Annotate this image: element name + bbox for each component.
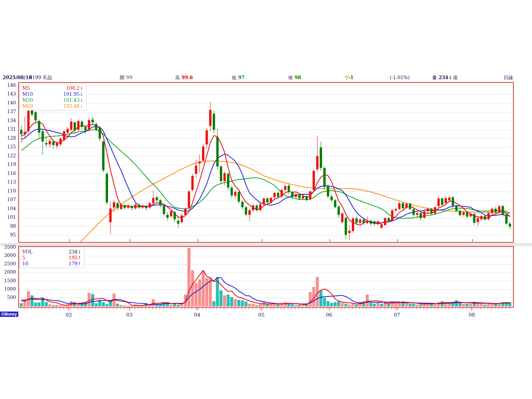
candle-body <box>238 192 240 201</box>
price-ma-legend: M5100.2↓M10101.95↓M20101.43↓M60102.48↓ <box>19 84 86 110</box>
candle-body <box>480 216 482 219</box>
volume-bar <box>123 306 126 306</box>
candle-body <box>177 221 179 224</box>
candle-body <box>191 176 194 190</box>
candle-body <box>266 199 269 202</box>
volume-chart-svg[interactable] <box>19 247 513 307</box>
volume-bar <box>416 305 419 306</box>
candle-body <box>255 205 258 210</box>
price-chart-pane[interactable] <box>18 82 514 243</box>
candle-body <box>73 122 76 130</box>
price-tick-label: 107 <box>0 197 16 202</box>
volume-bar <box>266 304 269 306</box>
volume-bar <box>219 290 222 306</box>
volume-bar <box>409 304 412 306</box>
volume-tick-label: 1500 <box>0 278 16 284</box>
volume-unit: 張 <box>453 75 458 80</box>
volume-bar <box>252 304 255 306</box>
candle-body <box>502 206 504 215</box>
volume-bar <box>130 306 133 306</box>
price-tick-label: 116 <box>0 170 16 176</box>
volume-bar <box>102 302 105 306</box>
period-value: 日線 <box>504 75 513 80</box>
price-ma-label: M5 <box>22 85 30 91</box>
m5-line <box>21 122 510 225</box>
candle-body <box>227 174 229 188</box>
volume-ma-row: 5195↑ <box>22 255 81 261</box>
candle-body <box>159 200 162 205</box>
volume-bar <box>244 302 247 306</box>
volume-bar <box>269 305 272 306</box>
candle-body <box>220 167 222 181</box>
candle-body <box>438 199 440 206</box>
volume-ma-value: 195↑ <box>69 255 81 261</box>
x-axis-ticks-svg <box>18 308 514 312</box>
price-tick-label: 125 <box>0 144 16 150</box>
volume-bar <box>202 271 205 306</box>
volume-bar <box>333 302 336 306</box>
candle-body <box>466 212 468 216</box>
candle-body <box>494 209 497 212</box>
volume-tick-label: 1000 <box>0 286 16 292</box>
candle-body <box>120 204 122 209</box>
candle-body <box>248 210 251 215</box>
candle-body <box>124 205 126 208</box>
candle-body <box>213 114 215 130</box>
candle-body <box>245 207 247 214</box>
candle-body <box>477 218 479 222</box>
volume-layers <box>19 248 513 306</box>
volume-chart-pane[interactable] <box>18 246 514 308</box>
candle-body <box>56 143 58 146</box>
volume-bar <box>434 305 437 306</box>
price-chart-svg[interactable] <box>19 83 513 242</box>
candle-body <box>288 186 290 192</box>
candle-body <box>199 162 201 164</box>
price-tick-label: 98 <box>0 223 16 229</box>
volume-bars-layer <box>20 248 512 306</box>
candle-body <box>95 124 97 130</box>
candle-body <box>270 198 272 202</box>
candle-body <box>412 209 415 215</box>
volume-bar <box>56 305 59 306</box>
candle-body <box>366 221 368 223</box>
volume-bar <box>369 303 372 306</box>
candle-body <box>298 194 301 198</box>
candle-body <box>377 221 379 224</box>
price-ma-label: M10 <box>22 91 33 97</box>
candle-body <box>45 143 48 144</box>
quote-volume: 量234↓張 <box>432 75 459 81</box>
close-label: 收 <box>288 75 293 80</box>
volume-bar <box>152 299 155 306</box>
volume-label: 量 <box>432 75 437 80</box>
volume-bar <box>120 305 123 306</box>
candle-body <box>195 166 197 174</box>
volume-bar <box>31 295 34 306</box>
period-selector[interactable]: 日線 <box>504 75 513 81</box>
candle-body <box>316 156 319 170</box>
price-tick-label: 95 <box>0 232 16 238</box>
volume-bar <box>259 304 262 306</box>
candle-body <box>405 204 408 208</box>
candle-body <box>334 200 336 207</box>
candle-body <box>402 203 404 208</box>
candle-body <box>337 207 340 215</box>
candle-body <box>70 122 72 130</box>
price-tick-label: 143 <box>0 91 16 97</box>
price-ma-row: M10101.95↓ <box>22 91 83 97</box>
candle-body <box>216 137 218 166</box>
candle-body <box>38 121 40 133</box>
candle-body <box>320 147 322 168</box>
volume-bar <box>205 278 208 306</box>
candle-body <box>409 204 411 209</box>
volume-bar <box>309 292 312 306</box>
low-value: 97 <box>238 75 244 80</box>
price-ma-value: 101.43↓ <box>63 97 83 103</box>
price-tick-label: 137 <box>0 108 16 114</box>
candle-body <box>113 202 115 207</box>
volume-bar <box>291 304 294 306</box>
candle-body <box>84 127 87 131</box>
volume-bar <box>344 304 347 306</box>
candle-body <box>452 197 454 206</box>
volume-ma-row: 10179↑ <box>22 261 81 267</box>
volume-bar <box>462 304 465 306</box>
